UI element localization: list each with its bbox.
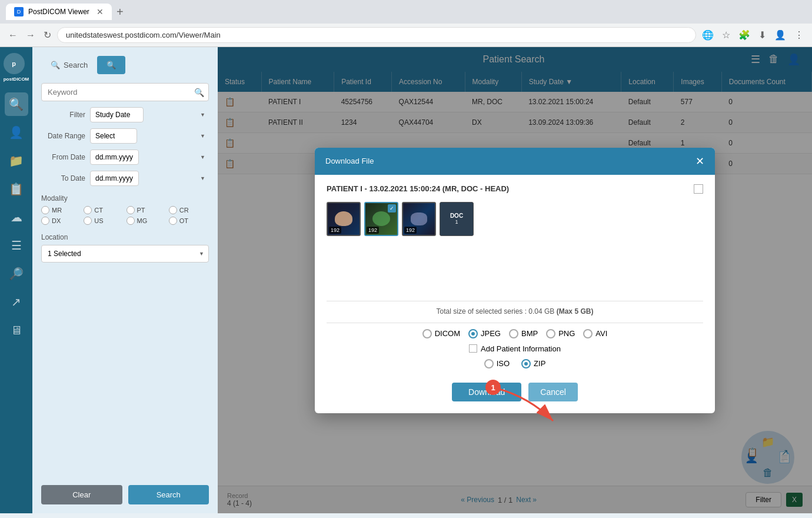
format-dicom-label: DICOM [435, 329, 460, 338]
tab-advanced-search[interactable]: 🔍 [97, 56, 125, 74]
location-select-wrap: 1 Selected [41, 245, 209, 263]
series-thumb-1[interactable]: 192 [327, 202, 361, 236]
modality-mr[interactable]: MR [41, 206, 81, 214]
radio-dicom[interactable] [422, 329, 432, 338]
new-tab-btn[interactable]: + [117, 5, 124, 19]
modality-pt[interactable]: PT [127, 206, 167, 214]
advanced-search-icon: 🔍 [107, 61, 116, 69]
keyword-input[interactable] [41, 83, 209, 101]
patient-select-all-checkbox[interactable] [694, 184, 703, 194]
series-thumb-3[interactable]: 192 [402, 202, 436, 236]
modality-cr-radio[interactable] [169, 206, 177, 214]
modality-ot[interactable]: OT [169, 217, 209, 225]
tab-close-btn[interactable]: ✕ [96, 7, 104, 16]
search-button[interactable]: Search [128, 485, 209, 504]
doc-thumb[interactable]: DOC 1 [440, 202, 474, 236]
radio-jpeg[interactable] [468, 329, 478, 338]
modality-mr-radio[interactable] [41, 206, 49, 214]
tab-title: PostDICOM Viewer [28, 8, 89, 16]
to-date-select[interactable]: dd.mm.yyyy [90, 171, 139, 186]
date-range-row: Date Range Select Today Last 7 days [41, 128, 209, 144]
filter-row: Filter Study Date Patient Name Patient I… [41, 107, 209, 122]
modality-us[interactable]: US [84, 217, 124, 225]
browser-nav-icons: 🌐 ☆ 🧩 ⬇ 👤 ⋮ [700, 27, 806, 43]
series-thumb-2[interactable]: 192 ✓ [364, 202, 398, 236]
divider-1 [327, 301, 703, 301]
sidebar-item-monitor[interactable]: 🖥 [5, 318, 28, 342]
tab-search[interactable]: 🔍 Search [41, 56, 97, 74]
nav-refresh-btn[interactable]: ↻ [41, 27, 54, 43]
sidebar-item-share[interactable]: ↗ [5, 290, 28, 314]
menu-btn[interactable]: ⋮ [792, 27, 806, 43]
modality-ct-radio[interactable] [84, 206, 92, 214]
location-label: Location [41, 233, 209, 241]
format-avi-label: AVI [595, 329, 607, 338]
format-png-label: PNG [558, 329, 575, 338]
compress-iso[interactable]: ISO [484, 359, 510, 368]
modal-close-btn[interactable]: ✕ [695, 155, 704, 168]
download-button[interactable]: Download [452, 383, 521, 401]
modality-dx-radio[interactable] [41, 217, 49, 225]
translate-btn[interactable]: 🌐 [700, 27, 716, 43]
sidebar-item-report[interactable]: 📋 [5, 177, 28, 201]
browser-chrome: D PostDICOM Viewer ✕ + ← → ↻ unitedstate… [0, 0, 812, 47]
add-patient-info-checkbox[interactable] [469, 344, 477, 353]
cancel-button[interactable]: Cancel [528, 383, 578, 401]
browser-tab[interactable]: D PostDICOM Viewer ✕ [6, 4, 112, 20]
format-dicom[interactable]: DICOM [422, 329, 460, 338]
profile-btn[interactable]: 👤 [772, 27, 788, 43]
nav-forward-btn[interactable]: → [24, 28, 38, 43]
modality-grid: MR CT PT CR DX US MG OT [41, 206, 209, 225]
modality-mg-radio[interactable] [127, 217, 135, 225]
sidebar-item-magnify[interactable]: 🔎 [5, 262, 28, 285]
format-jpeg[interactable]: JPEG [468, 329, 501, 338]
download-modal: Download File ✕ PATIENT I - 13.02.2021 1… [315, 148, 715, 413]
sidebar-item-user[interactable]: 👤 [5, 121, 28, 144]
modal-overlay: Download File ✕ PATIENT I - 13.02.2021 1… [218, 47, 812, 513]
date-range-select[interactable]: Select Today Last 7 days [90, 128, 137, 144]
search-tab-icon: 🔍 [51, 61, 60, 69]
bookmark-btn[interactable]: ☆ [720, 27, 733, 43]
modality-mg[interactable]: MG [127, 217, 167, 225]
to-date-label: To Date [41, 174, 85, 182]
clear-button[interactable]: Clear [41, 485, 122, 504]
keyword-input-wrap: 🔍 [41, 83, 209, 101]
location-select[interactable]: 1 Selected [41, 245, 209, 263]
from-date-wrap: dd.mm.yyyy [90, 150, 209, 165]
radio-iso[interactable] [484, 359, 494, 368]
modal-actions: Download Cancel [327, 377, 703, 404]
sidebar-item-cloud[interactable]: ☁ [5, 205, 28, 229]
radio-png[interactable] [546, 329, 555, 338]
format-avi[interactable]: AVI [583, 329, 607, 338]
search-panel: 🔍 Search 🔍 🔍 Filter Study Date Patient N… [32, 47, 218, 513]
compress-zip[interactable]: ZIP [521, 359, 545, 368]
compress-options-row: ISO ZIP [327, 359, 703, 368]
from-date-select[interactable]: dd.mm.yyyy [90, 150, 139, 165]
download-btn[interactable]: ⬇ [756, 27, 768, 43]
modality-pt-radio[interactable] [127, 206, 135, 214]
extensions-btn[interactable]: 🧩 [736, 27, 753, 43]
filter-select[interactable]: Study Date Patient Name Patient ID [90, 107, 144, 122]
modality-us-label: US [94, 217, 103, 224]
search-tab-label: Search [64, 61, 88, 69]
modality-ot-radio[interactable] [169, 217, 177, 225]
tab-favicon: D [14, 7, 24, 16]
to-date-row: To Date dd.mm.yyyy [41, 171, 209, 186]
sidebar-item-list[interactable]: ☰ [5, 234, 28, 257]
modality-cr[interactable]: CR [169, 206, 209, 214]
modality-us-radio[interactable] [84, 217, 92, 225]
total-size-row: Total size of selected series : 0.04 GB … [327, 307, 703, 316]
sidebar-item-folder[interactable]: 📁 [5, 149, 28, 172]
series-check-2: ✓ [388, 204, 396, 212]
radio-zip[interactable] [521, 359, 531, 368]
radio-avi[interactable] [583, 329, 593, 338]
address-bar[interactable]: unitedstateswest.postdicom.com/Viewer/Ma… [57, 27, 696, 43]
modality-dx[interactable]: DX [41, 217, 81, 225]
sidebar-item-search[interactable]: 🔍 [5, 92, 28, 116]
nav-back-btn[interactable]: ← [6, 28, 20, 43]
format-options-row: DICOM JPEG BMP PNG [327, 329, 703, 338]
format-png[interactable]: PNG [546, 329, 575, 338]
modality-ct[interactable]: CT [84, 206, 124, 214]
format-bmp[interactable]: BMP [509, 329, 538, 338]
radio-bmp[interactable] [509, 329, 518, 338]
